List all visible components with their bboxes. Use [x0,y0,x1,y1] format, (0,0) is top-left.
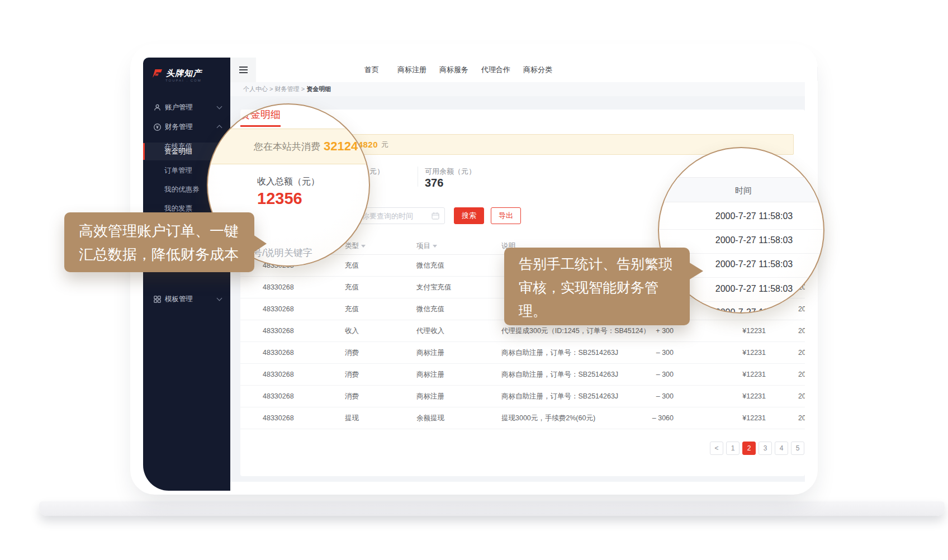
sidebar-item-label: 模板管理 [165,295,193,304]
sidebar-item-finance[interactable]: 财务管理 [143,118,230,135]
topbar: 首页 商标注册 商标服务 代理合作 商标分类 [230,58,805,82]
sidebar-item-templates[interactable]: 模板管理 [143,291,230,307]
nav-agency[interactable]: 代理合作 [481,58,510,82]
pagination-page-5[interactable]: 5 [791,442,804,455]
user-icon [153,103,162,112]
nav-trademark-register[interactable]: 商标注册 [397,58,426,82]
pagination-page-3[interactable]: 3 [759,442,772,455]
magnified-banner: 您在本站共消费 32124 元 [207,129,370,164]
search-input[interactable] [817,66,818,82]
finance-icon [153,123,162,131]
search-button[interactable]: 搜索 [454,207,484,224]
magnified-time-value: 2000-7-27 11:58:03 [704,211,804,221]
pagination-page-2-active[interactable]: 2 [742,442,756,455]
table-row: 48330268 消费 商标注册 商标自助注册，订单号：SB2514263J –… [240,364,805,386]
template-icon [153,295,162,303]
screenshot-canvas: 头牌知产 TOUPAI . COM 账户管理 财务管理 在线充值 资金明细 [0,0,948,560]
logo-icon [151,68,163,79]
chevron-up-icon [217,125,222,131]
breadcrumb-current: 资金明细 [306,86,331,92]
laptop-base [39,501,945,516]
sort-caret-icon [433,245,437,248]
table-row: 48330268 提现 余额提现 提现3000元，手续费2%(60元) – 30… [240,407,805,429]
nav-trademark-category[interactable]: 商标分类 [523,58,552,82]
chevron-down-icon [217,104,222,110]
col-project[interactable]: 项目 [416,238,437,255]
stat-balance-value: 376 [425,177,443,189]
sort-caret-icon [361,245,366,248]
nav-home[interactable]: 首页 [364,58,379,82]
magnified-consumption-amount: 32124 [324,139,358,154]
brand-subtitle: TOUPAI . COM [165,79,202,82]
pagination-page-1[interactable]: 1 [726,442,740,455]
callout-arrow-icon [689,262,703,280]
magnified-time-value: 2000-7-27 11:58:03 [704,235,804,245]
sidebar-item-account[interactable]: 账户管理 [143,99,230,116]
pagination-prev[interactable]: < [710,442,723,455]
active-item-indicator [143,143,145,160]
breadcrumb: 个人中心 > 财务管理 > 资金明细 [243,82,331,96]
callout-right: 告别手工统计、告别繁琐 审核，实现智能财务管 理。 [504,248,690,325]
sidebar-item-label: 财务管理 [165,122,193,132]
calendar-icon[interactable] [432,212,439,220]
magnified-time-value: 2000-7-27 11:58:03 [704,259,804,269]
table-row: 48330268 消费 商标注册 商标自助注册，订单号：SB2514263J –… [240,386,805,407]
magnified-time-header: 时间 [659,177,824,202]
table-row: 48330268 消费 商标注册 商标自助注册，订单号：SB2514263J –… [240,342,805,364]
sidebar: 头牌知产 TOUPAI . COM 账户管理 财务管理 在线充值 资金明细 [143,58,230,491]
brand-name: 头牌知产 [166,68,202,79]
chevron-down-icon [217,296,222,301]
magnified-income-value: 12356 [257,189,302,208]
magnified-income-label: 收入总额（元） [257,176,320,188]
export-button[interactable]: 导出 [491,207,521,224]
callout-arrow-icon [253,235,267,253]
sidebar-item-label: 账户管理 [165,103,193,112]
magnified-time-value: 2000-7-27 11:58:03 [704,284,804,294]
stat-balance-label: 可用余额（元） [425,167,476,177]
callout-left: 高效管理账户订单、一键 汇总数据，降低财务成本 [64,212,254,272]
breadcrumb-strip: 个人中心 > 财务管理 > 资金明细 [230,82,805,96]
pagination-page-4[interactable]: 4 [775,442,788,455]
nav-trademark-service[interactable]: 商标服务 [439,58,468,82]
hamburger-menu-button[interactable] [230,58,256,82]
